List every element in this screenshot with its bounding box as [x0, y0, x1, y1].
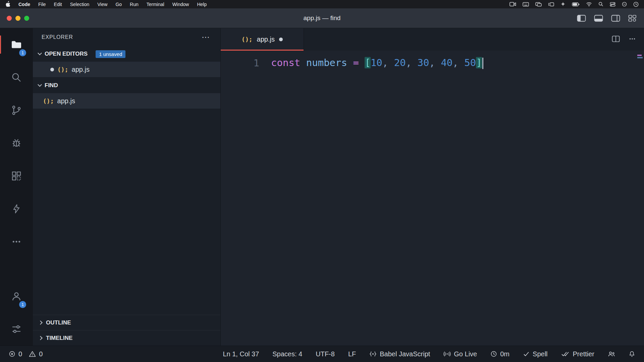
toggle-panel-icon[interactable] [594, 15, 603, 22]
menu-item-view[interactable]: View [97, 2, 107, 7]
close-window-button[interactable] [7, 16, 12, 21]
activity-more-button[interactable] [0, 225, 33, 258]
chevron-right-icon [38, 320, 43, 325]
activity-thunder-client-button[interactable] [0, 192, 33, 225]
screen-record-icon[interactable] [509, 2, 516, 7]
timeline-section-header[interactable]: TIMELINE [33, 330, 220, 346]
menu-item-edit[interactable]: Edit [54, 2, 62, 7]
encoding-indicator[interactable]: UTF-8 [316, 350, 335, 358]
clock-icon[interactable] [633, 2, 639, 7]
account-badge: 1 [19, 301, 26, 308]
cursor-position-indicator[interactable]: Ln 1, Col 37 [223, 350, 259, 358]
open-editor-item-appjs[interactable]: (); app.js [33, 62, 220, 77]
open-editor-file-name: app.js [72, 66, 90, 73]
activity-explorer-button[interactable]: 1 [0, 28, 33, 61]
javascript-file-icon: (); [57, 66, 68, 73]
menu-item-help[interactable]: Help [197, 2, 207, 7]
activity-settings-button[interactable] [0, 313, 33, 346]
live-share-button[interactable] [608, 351, 615, 357]
eol-indicator[interactable]: LF [348, 350, 356, 358]
stage-manager-icon[interactable] [548, 2, 554, 7]
menu-item-file[interactable]: File [38, 2, 46, 7]
apple-logo-icon[interactable] [5, 1, 10, 8]
minimize-window-button[interactable] [15, 16, 20, 21]
layout-controls [577, 15, 644, 22]
outline-section-header[interactable]: OUTLINE [33, 315, 220, 330]
zoom-window-button[interactable] [24, 16, 29, 21]
activity-source-control-button[interactable] [0, 94, 33, 127]
code-text[interactable]: const numbers = [10, 20, 30, 40, 50] [271, 57, 483, 69]
tab-modified-dot-icon[interactable] [279, 38, 283, 41]
modified-dot-icon[interactable] [50, 68, 54, 71]
menu-item-selection[interactable]: Selection [70, 2, 90, 7]
check-icon [523, 351, 530, 357]
toggle-primary-sidebar-icon[interactable] [577, 15, 586, 22]
wifi-icon[interactable] [586, 2, 592, 7]
javascript-file-icon: (); [241, 36, 253, 43]
siri-icon[interactable] [622, 2, 627, 7]
problems-errors-indicator[interactable]: 0 [9, 350, 22, 358]
chevron-down-icon [38, 51, 42, 55]
open-editors-section-header[interactable]: OPEN EDITORS 1 unsaved [33, 46, 220, 62]
menu-item-go[interactable]: Go [115, 2, 122, 7]
spell-label: Spell [533, 350, 547, 358]
split-editor-icon[interactable] [612, 36, 620, 44]
ai-sparkle-icon[interactable] [560, 2, 566, 7]
customize-layout-icon[interactable] [628, 15, 637, 22]
menu-item-terminal[interactable]: Terminal [147, 2, 164, 7]
open-editors-label: OPEN EDITORS [45, 51, 88, 57]
go-live-button[interactable]: Go Live [443, 350, 477, 358]
activity-run-debug-button[interactable] [0, 127, 33, 160]
lightning-icon [11, 203, 21, 214]
code-editor[interactable]: 1 const numbers = [10, 20, 30, 40, 50] [221, 51, 644, 346]
double-check-icon [561, 351, 570, 357]
activity-accounts-button[interactable]: 1 [0, 280, 33, 313]
problems-warnings-indicator[interactable]: 0 [29, 350, 43, 358]
chevron-right-icon [38, 336, 43, 340]
account-icon [11, 291, 22, 302]
vscode-window: Code File Edit Selection View Go Run Ter… [0, 0, 644, 362]
warning-icon [29, 351, 36, 357]
battery-icon[interactable] [572, 2, 580, 6]
timer-label: 0m [500, 350, 509, 358]
bell-icon [629, 351, 635, 357]
tab-appjs[interactable]: (); app.js [221, 28, 304, 51]
source-control-icon [11, 105, 22, 116]
activity-extensions-button[interactable] [0, 160, 33, 192]
minimap-code-mark [637, 55, 642, 56]
prettier-indicator[interactable]: Prettier [561, 350, 594, 358]
activity-bar: 1 1 [0, 28, 33, 346]
spell-checker-indicator[interactable]: Spell [523, 350, 547, 358]
search-icon [11, 72, 22, 83]
error-count: 0 [18, 350, 22, 358]
ellipsis-icon [11, 237, 21, 247]
toggle-secondary-sidebar-icon[interactable] [611, 15, 620, 22]
sidebar-more-actions-icon[interactable]: ⋯ [202, 36, 210, 39]
javascript-file-icon: (); [43, 98, 54, 105]
explorer-sidebar: EXPLORER ⋯ OPEN EDITORS 1 unsaved (); ap… [33, 28, 221, 346]
menu-item-window[interactable]: Window [172, 2, 189, 7]
find-folder-section-header[interactable]: FIND [33, 78, 220, 93]
language-mode-indicator[interactable]: Babel JavaScript [369, 350, 430, 358]
line-number-gutter[interactable]: 1 [221, 57, 259, 69]
menu-item-run[interactable]: Run [130, 2, 139, 7]
display-mirror-icon[interactable] [535, 2, 542, 7]
menu-item-code[interactable]: Code [18, 2, 30, 7]
find-folder-label: FIND [45, 82, 58, 89]
control-center-icon[interactable] [610, 2, 615, 7]
editor-more-actions-icon[interactable] [629, 36, 636, 44]
settings-sliders-icon [11, 324, 22, 335]
minimap-code-mark [637, 57, 643, 58]
minimap[interactable] [635, 51, 644, 346]
spotlight-search-icon[interactable] [598, 2, 603, 7]
sidebar-title: EXPLORER [42, 34, 73, 40]
prettier-label: Prettier [573, 350, 594, 358]
indentation-indicator[interactable]: Spaces: 4 [272, 350, 302, 358]
time-tracker-indicator[interactable]: 0m [490, 350, 509, 358]
file-tree-item-appjs[interactable]: (); app.js [33, 93, 220, 109]
language-label: Babel JavaScript [380, 350, 430, 358]
activity-search-button[interactable] [0, 61, 33, 94]
notifications-button[interactable] [629, 351, 635, 357]
bug-icon [11, 138, 22, 148]
keyboard-icon[interactable] [523, 2, 529, 7]
